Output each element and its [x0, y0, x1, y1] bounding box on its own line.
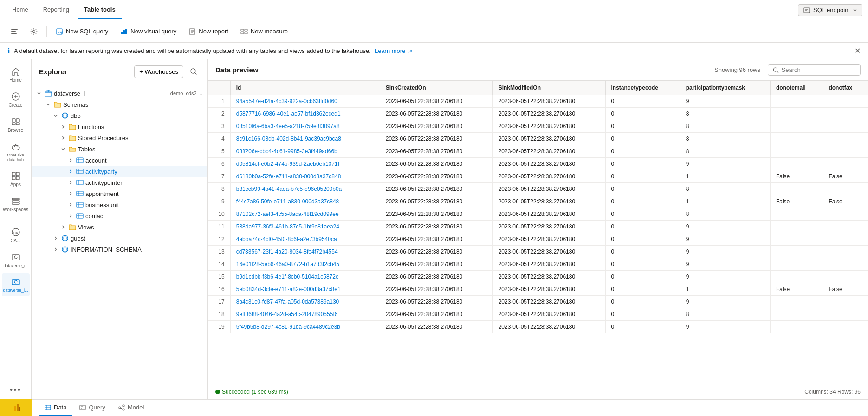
- table-row[interactable]: 8 b81ccb99-4b41-4aea-b7c5-e96e05200b0a 2…: [208, 183, 868, 195]
- cell-id: 5eb0834d-3cfe-e711-a82e-000d3a37c8e1: [230, 283, 380, 296]
- powerbi-icon: [10, 402, 21, 413]
- table-row[interactable]: 11 538da977-36f3-461b-87c5-1bf9e81aea24 …: [208, 221, 868, 233]
- tree-schemas[interactable]: Schemas: [32, 99, 207, 110]
- table-row[interactable]: 2 d5877716-6986-40e1-ac57-bf1d362eced1 2…: [208, 108, 868, 120]
- row-number: 3: [208, 120, 230, 133]
- table-row[interactable]: 3 08510f6a-6ba3-4ee5-a218-759e8f3097a8 2…: [208, 120, 868, 133]
- row-number: 7: [208, 170, 230, 183]
- cell-id: d05814cf-e0b2-474b-939d-2aeb0eb1071f: [230, 158, 380, 170]
- table-row[interactable]: 12 4abba74c-4cf0-45f0-8c6f-a2e73b9540ca …: [208, 233, 868, 246]
- row-number: 10: [208, 208, 230, 221]
- col-instancetypecode[interactable]: instancetypecode: [605, 81, 680, 95]
- col-id[interactable]: Id: [230, 81, 380, 95]
- svg-rect-74: [14, 406, 16, 411]
- cell-sinkmodifiedon: 2023-06-05T22:28:38.2706180: [492, 308, 605, 321]
- banner-close-button[interactable]: ✕: [855, 46, 861, 55]
- sidebar-item-home[interactable]: Home: [2, 63, 30, 86]
- sidebar-item-apps[interactable]: Apps: [2, 168, 30, 191]
- svg-rect-26: [16, 123, 19, 125]
- table-row[interactable]: 9 f44c7a86-50fe-e711-a830-000d3a37c848 2…: [208, 195, 868, 208]
- table-row[interactable]: 5 03ff206e-cbb4-4c61-9985-3e3f449ad66b 2…: [208, 145, 868, 158]
- sidebar-item-create[interactable]: Create: [2, 88, 30, 111]
- col-participationtypemask[interactable]: participationtypemask: [680, 81, 770, 95]
- learn-more-link[interactable]: Learn more ↗: [375, 47, 412, 54]
- sidebar-item-browse[interactable]: Browse: [2, 113, 30, 136]
- tab-reporting[interactable]: Reporting: [37, 1, 76, 19]
- tree-table-activityparty[interactable]: activityparty: [32, 166, 207, 177]
- table-container[interactable]: Id SinkCreatedOn SinkModifiedOn instance…: [208, 81, 868, 384]
- cell-donotemail: False: [770, 195, 823, 208]
- col-sinkmodifiedon[interactable]: SinkModifiedOn: [492, 81, 605, 95]
- sidebar-item-dataverse-m[interactable]: dataverse_m: [2, 249, 30, 272]
- cell-donotemail: [770, 258, 823, 271]
- new-sql-button[interactable]: SQL New SQL query: [51, 25, 113, 39]
- search-input[interactable]: [782, 66, 855, 73]
- svg-rect-43: [45, 92, 52, 96]
- sidebar-more-item[interactable]: •••: [2, 382, 30, 399]
- settings-button[interactable]: [25, 25, 43, 39]
- sql-endpoint-button[interactable]: SQL endpoint: [798, 4, 862, 16]
- table-row[interactable]: 1 94a5547e-d2fa-4c39-922a-0cb63ffd0d60 2…: [208, 95, 868, 108]
- format-button[interactable]: [6, 25, 23, 39]
- tree-views[interactable]: Views: [32, 221, 207, 233]
- apps-icon: [11, 171, 20, 181]
- table-row[interactable]: 10 87102c72-aef3-4c55-8ada-48f19cd099ee …: [208, 208, 868, 221]
- tree-table-activitypointer[interactable]: activitypointer: [32, 177, 207, 188]
- col-sinkcreatedon[interactable]: SinkCreatedOn: [380, 81, 492, 95]
- tab-query[interactable]: Query: [74, 400, 110, 416]
- cell-donotemail: [770, 296, 823, 308]
- tree-table-businessunit[interactable]: businessunit: [32, 199, 207, 210]
- folder-closed-icon: [69, 223, 76, 231]
- tree-stored-procs[interactable]: Stored Procedures: [32, 132, 207, 143]
- row-number: 11: [208, 221, 230, 233]
- cell-instancetype: 0: [605, 208, 680, 221]
- table-row[interactable]: 4 8c91c166-08db-402d-8b41-9ac39ac9bca8 2…: [208, 133, 868, 145]
- table-row[interactable]: 18 9eff3688-4046-4a2d-a54c-2047890555f6 …: [208, 308, 868, 321]
- tab-tabletools[interactable]: Table tools: [78, 1, 122, 19]
- cell-sinkcreatedon: 2023-06-05T22:28:38.2706180: [380, 195, 492, 208]
- tree-table-appointment[interactable]: appointment: [32, 188, 207, 199]
- tree-dbo[interactable]: dbo: [32, 110, 207, 121]
- tab-home[interactable]: Home: [6, 1, 35, 19]
- stored-procs-label: Stored Procedures: [78, 135, 204, 142]
- add-warehouse-button[interactable]: + Warehouses: [134, 65, 183, 78]
- table-icon: [76, 201, 84, 208]
- col-donotemail[interactable]: donotemail: [770, 81, 823, 95]
- table-row[interactable]: 15 b9d1cdbb-f3b6-4e1f-8cb0-5104a1c5872e …: [208, 271, 868, 283]
- sidebar-item-workspaces[interactable]: Workspaces: [2, 193, 30, 216]
- sidebar-item-dataverse-i[interactable]: dataverse_i...: [2, 273, 30, 296]
- cell-donotemail: False: [770, 170, 823, 183]
- cell-sinkmodifiedon: 2023-06-05T22:28:38.2706180: [492, 246, 605, 258]
- tree-warehouse-root[interactable]: dataverse_l demo_cds2_...: [32, 88, 207, 99]
- sidebar-item-ca[interactable]: CA CA...: [2, 224, 30, 247]
- sidebar-item-onelake[interactable]: OneLake data hub: [2, 138, 30, 166]
- cell-instancetype: 0: [605, 108, 680, 120]
- tree-info-schema[interactable]: INFORMATION_SCHEMA: [32, 244, 207, 255]
- table-row[interactable]: 16 5eb0834d-3cfe-e711-a82e-000d3a37c8e1 …: [208, 283, 868, 296]
- svg-rect-28: [12, 172, 15, 176]
- tree-table-account[interactable]: account: [32, 155, 207, 166]
- cell-donotfax: [823, 296, 868, 308]
- table-row[interactable]: 14 16e01f28-5eb6-46a0-8772-b1a7d3f2cb45 …: [208, 258, 868, 271]
- table-row[interactable]: 6 d05814cf-e0b2-474b-939d-2aeb0eb1071f 2…: [208, 158, 868, 170]
- tab-data[interactable]: Data: [39, 400, 72, 416]
- tree-table-contact[interactable]: contact: [32, 210, 207, 221]
- tree-tables[interactable]: Tables: [32, 143, 207, 155]
- appointment-label: appointment: [85, 190, 204, 197]
- table-row[interactable]: 19 5f49b5b8-d297-4c81-91ba-9ca4489c2e3b …: [208, 321, 868, 333]
- table-row[interactable]: 7 d6180b0a-52fe-e711-a830-000d3a37c848 2…: [208, 170, 868, 183]
- new-measure-button[interactable]: New measure: [235, 25, 293, 39]
- tree-guest[interactable]: guest: [32, 233, 207, 244]
- col-donotfax[interactable]: donotfax: [823, 81, 868, 95]
- tree-functions[interactable]: Functions: [32, 121, 207, 132]
- table-row[interactable]: 17 8a4c31c0-fd87-47fa-a05d-0da57389a130 …: [208, 296, 868, 308]
- tab-model[interactable]: Model: [113, 400, 149, 416]
- table-row[interactable]: 13 cd733567-23f1-4a20-8034-8fe4f72b4554 …: [208, 246, 868, 258]
- new-visual-button[interactable]: New visual query: [115, 25, 181, 39]
- cell-participation: 9: [680, 271, 770, 283]
- explorer-search-button[interactable]: [187, 65, 200, 78]
- table-icon: [76, 156, 84, 164]
- new-report-button[interactable]: New report: [183, 25, 233, 39]
- search-box[interactable]: [768, 64, 861, 76]
- workspaces-icon: [11, 196, 20, 206]
